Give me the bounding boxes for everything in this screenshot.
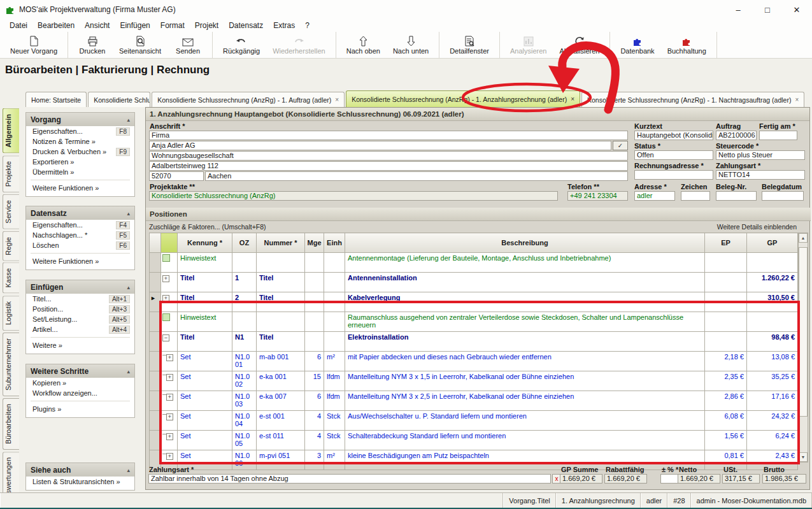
cell-beschreibung[interactable]: Kabelverlegung (345, 292, 705, 312)
cell-kennung[interactable]: Set (178, 371, 232, 391)
sidebar-item-weitere-funktionen[interactable]: Weitere Funktionen » (26, 183, 134, 193)
rechnungsadresse-field[interactable] (634, 170, 713, 180)
close-icon[interactable]: × (335, 96, 339, 103)
expand-icon[interactable]: + (162, 275, 169, 282)
tab-konsolidierte-1[interactable]: Konsolidierte Schlu (88, 92, 150, 107)
refresh-button[interactable]: Aktualisieren (553, 32, 606, 58)
expand-icon[interactable]: + (166, 433, 173, 440)
expand-icon[interactable]: + (162, 295, 169, 302)
sidebar-item-plugins[interactable]: Plugins » (26, 404, 134, 414)
collapse-row-icon[interactable]: − (162, 334, 169, 341)
minimize-button[interactable]: – (732, 5, 744, 15)
select-all-header[interactable] (161, 233, 178, 253)
undo-button[interactable]: Rückgängig (217, 32, 266, 58)
scroll-up-icon[interactable]: ▲ (799, 233, 808, 243)
row-selector[interactable]: ► (150, 292, 161, 312)
scroll-down-icon[interactable]: ▼ (799, 452, 808, 462)
menu-format[interactable]: Format (156, 20, 189, 31)
sidebar-item-titel[interactable]: Titel...Alt+1 (26, 294, 134, 304)
menu-extras[interactable]: Extras (269, 20, 299, 31)
sidebar-item-artikel[interactable]: Artikel...Alt+4 (26, 324, 134, 334)
cell-kennung[interactable]: Set (178, 391, 232, 411)
rail-tab-regie[interactable]: Regie (3, 231, 19, 261)
zuschlaege-faktoren-link[interactable]: Zuschläge & Faktoren... (Umschalt+F8) (149, 223, 266, 231)
cell-beschreibung[interactable]: Elektroinstallation (345, 332, 705, 352)
cell-kennung[interactable]: Hinweistext (178, 312, 232, 332)
col-nummer[interactable]: Nummer * (257, 233, 305, 253)
menu-datensatz[interactable]: Datensatz (224, 20, 267, 31)
sidebar-item-eigenschaften[interactable]: Eigenschaften...F8 (26, 126, 134, 136)
cell-kennung[interactable]: Titel (178, 332, 232, 352)
sidebar-item-exportieren[interactable]: Exportieren » (26, 157, 134, 167)
kurztext-field[interactable]: Hauptangebot (Konsolidier (634, 131, 713, 140)
menu-datei[interactable]: Datei (5, 20, 32, 31)
rail-tab-logistik[interactable]: Logistik (3, 296, 19, 331)
cell-kennung[interactable]: Set (178, 431, 232, 450)
status-field[interactable]: Offen (634, 150, 713, 160)
row-selector[interactable] (150, 411, 161, 431)
cell-kennung[interactable]: Hinweistext (178, 253, 232, 273)
row-selector[interactable] (150, 332, 161, 352)
row-selector[interactable] (150, 431, 161, 450)
steuercode-field[interactable]: Netto plus Steuer (716, 150, 805, 160)
cell-kennung[interactable]: Titel (178, 273, 232, 292)
tab-auftrag[interactable]: Konsolidierte Schlussrechnung (AnzRg) - … (152, 92, 345, 107)
vertical-scrollbar[interactable]: ▲ ▼ (798, 233, 808, 462)
cell-beschreibung[interactable]: Mantelleitung NYM 3 x 1,5 in Leerrohr, K… (345, 371, 705, 391)
col-einh[interactable]: Einh (324, 233, 345, 253)
cell-beschreibung[interactable]: Schalterabdeckung Standard liefern und m… (345, 431, 705, 450)
anschrift-line2-field[interactable]: Anja Adler AG (149, 141, 611, 150)
zahlungsart-field[interactable]: NETTO14 (716, 170, 805, 180)
menu-projekt[interactable]: Projekt (190, 20, 223, 31)
cell-beschreibung[interactable]: Aus/Wechselschalter u. P. Standard liefe… (345, 411, 705, 431)
address-edit-button[interactable]: ✓ (613, 141, 628, 150)
close-icon[interactable]: × (571, 96, 574, 103)
sidebar-item-set-leistung[interactable]: Set/Leistung...Alt+5 (26, 314, 134, 324)
col-kennung[interactable]: Kennung * (178, 233, 232, 253)
note-checkbox[interactable] (162, 313, 170, 321)
collapse-icon[interactable]: ▴ (127, 117, 130, 123)
cell-beschreibung[interactable]: Antenneninstallation (345, 273, 705, 292)
menu-bearbeiten[interactable]: Bearbeiten (33, 20, 79, 31)
rail-tab-service[interactable]: Service (3, 194, 19, 229)
expand-icon[interactable]: + (166, 354, 173, 361)
zeichen-field[interactable] (681, 191, 710, 201)
collapse-icon[interactable]: ▴ (127, 210, 130, 217)
menu-ansicht[interactable]: Ansicht (80, 20, 114, 31)
adresse-field[interactable]: adler (634, 191, 675, 201)
col-ep[interactable]: EP (705, 233, 747, 253)
scrollbar-thumb[interactable] (799, 247, 808, 417)
rail-tab-allgemein[interactable]: Allgemein (3, 108, 19, 154)
sidebar-item-ds-eigenschaften[interactable]: Eigenschaften...F4 (26, 220, 134, 230)
cell-beschreibung[interactable]: Antennenmontage (Lieferung der Bauteile,… (345, 253, 705, 273)
collapse-icon[interactable]: ▴ (127, 467, 130, 473)
move-down-button[interactable]: Nach unten (387, 32, 435, 58)
cell-kennung[interactable]: Set (178, 411, 232, 431)
analyze-button[interactable]: Analysieren (504, 32, 553, 58)
expand-icon[interactable]: + (166, 374, 173, 381)
tab-anzahlungsrechnung[interactable]: Konsolidierte Schlussrechnung (AnzRg) - … (346, 90, 580, 107)
detail-window-button[interactable]: Detailfenster (443, 32, 495, 58)
sidebar-item-uebermitteln[interactable]: Übermitteln » (26, 167, 134, 177)
rail-tab-subunternehmer[interactable]: Subunternehmer (3, 333, 19, 396)
close-button[interactable]: ✕ (790, 5, 803, 15)
anschrift-line1-field[interactable]: Firma (149, 131, 628, 140)
cell-beschreibung[interactable]: Raumanschluss ausgehend von zentraler Ve… (345, 312, 705, 332)
fertig-am-field[interactable] (759, 131, 797, 140)
telefon-field[interactable]: +49 241 23304 (567, 191, 628, 201)
tab-nachtragsauftrag[interactable]: Konsolidierte Schlussrechnung (AnzRg) - … (581, 92, 804, 107)
database-button[interactable]: Datenbank (614, 32, 660, 58)
col-gp[interactable]: GP (747, 233, 798, 253)
col-mge[interactable]: Mge (305, 233, 324, 253)
col-beschreibung[interactable]: Beschreibung (345, 233, 705, 253)
anschrift-line3-field[interactable]: Wohnungsbaugesellschaft (149, 151, 628, 161)
expand-icon[interactable]: + (166, 453, 173, 460)
sidebar-item-weitere[interactable]: Weitere » (26, 340, 134, 350)
collapse-icon[interactable]: ▴ (127, 284, 130, 290)
anschrift-line4-field[interactable]: Adalbertsteinweg 112 (149, 161, 628, 171)
sidebar-item-position[interactable]: Position...Alt+3 (26, 304, 134, 314)
print-button[interactable]: Drucken (72, 32, 113, 58)
sidebar-item-kopieren[interactable]: Kopieren » (26, 378, 134, 388)
sidebar-item-workflow[interactable]: Workflow anzeigen... (26, 388, 134, 398)
expand-icon[interactable]: + (166, 413, 173, 420)
